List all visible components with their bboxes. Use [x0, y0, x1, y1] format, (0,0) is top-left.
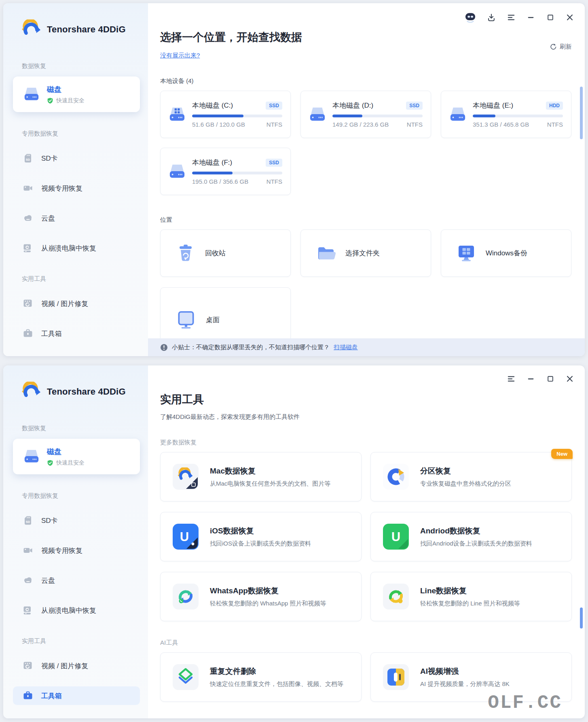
download-icon[interactable]	[487, 13, 496, 22]
tip-icon	[160, 344, 168, 351]
sidebar-section-special-recovery: 专用数据恢复	[22, 130, 148, 138]
close-button[interactable]	[565, 374, 574, 383]
scrollbar-thumb[interactable]	[580, 87, 583, 139]
sidebar-item-disk-sub: 快速且安全	[56, 459, 85, 467]
4ddig-logo-icon	[21, 382, 41, 402]
tool-title: Andriod数据恢复	[420, 526, 532, 536]
close-button[interactable]	[565, 13, 574, 22]
assistant-robot-icon[interactable]	[465, 12, 476, 23]
tool-card-partition-recovery[interactable]: New 分区恢复 专业恢复磁盘中意外格式化的分区	[370, 452, 572, 501]
location-label: 桌面	[206, 315, 220, 325]
sidebar-item-label: 视频专用恢复	[41, 184, 82, 193]
page-title: 实用工具	[160, 392, 585, 407]
disk-card-c[interactable]: 本地磁盘 (C:)SSD 51.6 GB / 120.0 GBNTFS	[160, 91, 291, 138]
location-recycle-bin[interactable]: 回收站	[160, 229, 291, 277]
watermark: OLF.CC	[488, 692, 562, 714]
disk-usage-bar	[192, 115, 282, 117]
tool-desc: 专业恢复磁盘中意外格式化的分区	[420, 480, 511, 488]
shield-check-icon	[47, 460, 53, 466]
sidebar-item-crashed-pc[interactable]: 从崩溃电脑中恢复	[13, 239, 140, 257]
titlebar-controls	[465, 12, 574, 23]
disk-name: 本地磁盘 (D:)	[332, 101, 373, 110]
tip-bar: 小贴士：不确定数据从哪里丢失的，不知道扫描哪个位置？ 扫描磁盘	[148, 338, 585, 356]
sidebar-item-video-recovery[interactable]: 视频专用恢复	[13, 179, 140, 197]
sidebar-item-media-repair[interactable]: 视频 / 图片修复	[13, 294, 140, 313]
sidebar-item-disk-sub: 快速且安全	[56, 97, 85, 104]
tool-card-ios-recovery[interactable]: U iOS数据恢复 找回iOS设备上误删或丢失的数据资料	[160, 512, 362, 561]
sidebar-item-cloud-drive[interactable]: 云盘	[13, 571, 140, 590]
line-recovery-icon	[383, 584, 409, 609]
disk-icon	[23, 87, 40, 102]
tip-text: 小贴士：不确定数据从哪里丢失的，不知道扫描哪个位置？	[172, 344, 330, 351]
tool-desc: 找回Andriod设备上误删或丢失的数据资料	[420, 540, 532, 548]
partition-recovery-icon	[383, 464, 409, 490]
crashed-pc-icon	[23, 605, 33, 616]
sidebar-section-data-recovery: 数据恢复	[22, 425, 148, 432]
brand-name: Tenorshare 4DDiG	[47, 386, 126, 397]
sidebar-item-crashed-pc[interactable]: 从崩溃电脑中恢复	[13, 601, 140, 620]
new-badge: New	[551, 449, 573, 459]
sidebar-item-cloud-drive[interactable]: 云盘	[13, 209, 140, 227]
disk-icon	[23, 449, 40, 464]
tool-card-android-recovery[interactable]: U Andriod数据恢复 找回Andriod设备上误删或丢失的数据资料	[370, 512, 572, 561]
tool-card-duplicate-file[interactable]: 重复文件删除 快速定位任意重复文件，包括图像、视频、文档等	[160, 652, 362, 702]
scrollbar-thumb[interactable]	[580, 607, 583, 629]
folder-icon	[315, 243, 336, 264]
sidebar-item-toolbox[interactable]: 工具箱	[13, 686, 140, 705]
menu-icon[interactable]	[507, 374, 516, 383]
maximize-button[interactable]	[546, 375, 554, 383]
tool-desc: 轻松恢复您删除的 WhatsApp 照片和视频等	[210, 600, 326, 607]
media-repair-icon	[23, 298, 33, 309]
disk-card-f[interactable]: 本地磁盘 (F:)SSD 195.0 GB / 356.6 GBNTFS	[160, 148, 291, 195]
disk-windows-icon	[168, 106, 186, 123]
toolbox-icon	[23, 690, 33, 701]
svg-text:U: U	[391, 530, 400, 544]
scan-disk-link[interactable]: 扫描磁盘	[334, 344, 358, 351]
main-area: 刷新 选择一个位置，开始查找数据 没有展示出来? 本地设备 (4) 本地磁盘 (…	[148, 3, 585, 356]
sidebar-item-toolbox[interactable]: 工具箱	[13, 324, 140, 343]
sidebar-item-media-repair[interactable]: 视频 / 图片修复	[13, 656, 140, 675]
disk-card-d[interactable]: 本地磁盘 (D:)SSD 149.2 GB / 223.6 GBNTFS	[300, 91, 431, 138]
location-windows-backup[interactable]: Windows备份	[441, 229, 571, 277]
duplicate-file-icon	[173, 664, 199, 690]
minimize-button[interactable]	[527, 374, 535, 383]
maximize-button[interactable]	[546, 13, 554, 21]
minimize-button[interactable]	[527, 13, 535, 22]
cloud-icon	[23, 213, 33, 223]
video-camera-icon	[23, 183, 33, 193]
sidebar-item-sd-card[interactable]: SD卡	[13, 511, 140, 530]
tool-card-whatsapp-recovery[interactable]: WhatsApp数据恢复 轻松恢复您删除的 WhatsApp 照片和视频等	[160, 572, 362, 621]
disk-type-badge: SSD	[266, 102, 282, 110]
sidebar-section-utilities: 实用工具	[22, 637, 148, 645]
toolbox-window: Tenorshare 4DDiG 数据恢复 磁盘 快速且安全 专用数据恢复 SD…	[3, 365, 585, 718]
tool-title: 分区恢复	[420, 466, 511, 476]
tool-desc: AI 提升视频质量，分辨率高达 8K	[420, 680, 510, 688]
disk-filesystem: NTFS	[267, 178, 282, 185]
android-recovery-icon: U	[383, 524, 409, 550]
more-recovery-label: 更多数据恢复	[160, 439, 585, 446]
disk-name: 本地磁盘 (F:)	[192, 158, 232, 167]
titlebar-controls	[507, 374, 574, 383]
not-shown-link[interactable]: 没有展示出来?	[160, 52, 200, 59]
ai-video-icon	[383, 664, 409, 690]
disk-card-e[interactable]: 本地磁盘 (E:)HDD 351.3 GB / 465.8 GBNTFS	[441, 91, 571, 138]
refresh-button[interactable]: 刷新	[550, 43, 572, 51]
tool-title: Line数据恢复	[420, 586, 520, 596]
disk-filesystem: NTFS	[407, 121, 423, 128]
locations-grid: 回收站 选择文件夹 Windows备份	[160, 229, 585, 277]
menu-icon[interactable]	[507, 13, 516, 22]
sidebar-item-sd-card[interactable]: SD卡	[13, 149, 140, 168]
tool-card-line-recovery[interactable]: Line数据恢复 轻松恢复您删除的 Line 照片和视频等	[370, 572, 572, 621]
brand: Tenorshare 4DDiG	[21, 382, 148, 402]
sidebar-item-video-recovery[interactable]: 视频专用恢复	[13, 541, 140, 560]
location-choose-folder[interactable]: 选择文件夹	[300, 229, 431, 277]
sidebar-item-label: 从崩溃电脑中恢复	[41, 606, 96, 615]
4ddig-logo-icon	[21, 19, 41, 40]
tool-card-mac-recovery[interactable]: Mac数据恢复 从Mac电脑恢复任何意外丢失的文档、图片等	[160, 452, 362, 501]
tools-grid: Mac数据恢复 从Mac电脑恢复任何意外丢失的文档、图片等 New 分区恢复 专…	[160, 452, 585, 621]
sidebar-item-disk[interactable]: 磁盘 快速且安全	[13, 76, 140, 112]
recycle-bin-icon	[175, 243, 196, 264]
disk-type-badge: SSD	[406, 102, 423, 110]
sidebar-item-disk[interactable]: 磁盘 快速且安全	[13, 439, 140, 474]
sidebar-item-label: 云盘	[41, 576, 55, 585]
